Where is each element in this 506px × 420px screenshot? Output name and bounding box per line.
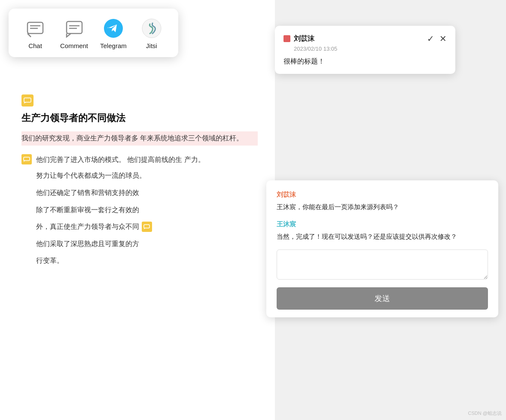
annotation-text: 很棒的标题！	[283, 57, 447, 66]
share-item-chat[interactable]: Chat	[22, 18, 48, 49]
telegram-icon	[103, 18, 124, 39]
share-item-telegram[interactable]: Telegram	[100, 18, 127, 49]
chat-user1-message: 王沐宸，你能在最后一页添加来源列表吗？	[277, 201, 488, 213]
user-color-indicator	[283, 35, 290, 42]
annotation-username: 刘苡沫	[294, 34, 314, 43]
doc-paragraph-6: 他们采取了深思熟虑且可重复的方	[21, 237, 258, 250]
chat-label: Chat	[28, 42, 42, 49]
doc-highlighted-text: 我们的研究发现，商业生产力领导者多 年来系统地追求三个领域的杠杆。	[21, 131, 258, 146]
annotation-check-button[interactable]: ✓	[427, 33, 434, 44]
share-panel: Chat Comment Telegram	[9, 9, 178, 57]
chat-input[interactable]	[277, 250, 488, 280]
doc-paragraph-1: 他们完善了进入市场的模式。 他们提高前线的生 产力。	[21, 153, 258, 166]
jitsi-label: Jitsi	[146, 42, 157, 49]
doc-comment-icon-top	[21, 94, 258, 107]
doc-para1-text: 他们完善了进入市场的模式。 他们提高前线的生 产力。	[36, 153, 205, 166]
doc-title: 生产力领导者的不同做法	[21, 112, 258, 125]
svg-rect-13	[144, 225, 149, 228]
share-item-jitsi[interactable]: Jitsi	[139, 18, 165, 49]
annotation-date: 2023/02/10 13:05	[294, 46, 447, 52]
chat-user2-name: 王沐宸	[277, 220, 488, 228]
svg-point-8	[142, 19, 161, 38]
doc-paragraph-2: 努力让每个代表都成为一流的球员。	[21, 169, 258, 182]
jitsi-icon	[141, 18, 162, 39]
comment-icon	[64, 18, 85, 39]
annotation-header: 刘苡沫 ✓ ✕	[283, 33, 447, 44]
annotation-user: 刘苡沫	[283, 34, 314, 43]
annotation-close-button[interactable]: ✕	[439, 33, 447, 44]
chat-user2-message: 当然，完成了！现在可以发送吗？还是应该提交以供再次修改？	[277, 231, 488, 242]
document-area: 生产力领导者的不同做法 我们的研究发现，商业生产力领导者多 年来系统地追求三个领…	[0, 0, 275, 420]
annotation-actions: ✓ ✕	[427, 33, 447, 44]
doc-paragraph-3: 他们还确定了销售和营销支持的效	[21, 186, 258, 199]
inline-comment-icon	[142, 222, 152, 232]
telegram-label: Telegram	[100, 42, 127, 49]
annotation-popup: 刘苡沫 ✓ ✕ 2023/02/10 13:05 很棒的标题！	[275, 26, 455, 74]
doc-paragraph-4: 除了不断重新审视一套行之有效的	[21, 204, 258, 216]
chat-panel: 刘苡沫 王沐宸，你能在最后一页添加来源列表吗？ 王沐宸 当然，完成了！现在可以发…	[266, 180, 498, 317]
doc-paragraph-5: 外，真正使生产力领导者与众不同	[21, 220, 258, 233]
chat-send-button[interactable]: 发送	[277, 287, 488, 310]
doc-paragraph-7: 行变革。	[21, 254, 258, 267]
chat-icon	[25, 18, 46, 39]
svg-rect-9	[24, 98, 31, 102]
svg-rect-4	[67, 21, 82, 33]
para-comment-icon-1	[21, 154, 32, 164]
chat-user1-name: 刘苡沫	[277, 191, 488, 199]
svg-rect-11	[24, 157, 30, 161]
watermark: CSDN @蛆志说	[468, 410, 502, 417]
share-item-comment[interactable]: Comment	[60, 18, 88, 49]
comment-label: Comment	[60, 42, 88, 49]
